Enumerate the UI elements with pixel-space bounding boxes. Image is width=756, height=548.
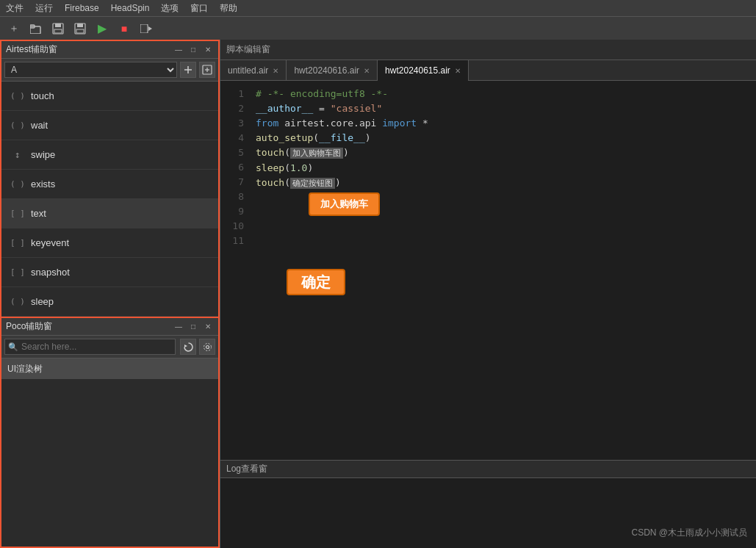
- right-panel: 脚本编辑窗 untitled.air ✕ hwt20240616.air ✕ h…: [220, 40, 756, 548]
- menu-firebase[interactable]: Firebase: [65, 3, 99, 13]
- airtest-search-row: A: [1, 59, 218, 82]
- line-numbers: 1 2 3 4 5 6 7 8 9 10 11: [220, 87, 250, 454]
- code-line-4: from airtest.core.api import *: [256, 116, 750, 131]
- menu-file[interactable]: 文件: [6, 2, 24, 15]
- poco-search-row: 🔍: [1, 336, 218, 358]
- airtest-item-text[interactable]: [ ] text: [1, 199, 218, 228]
- tab-hwt615[interactable]: hwt20240615.air ✕: [378, 60, 469, 81]
- airtest-panel-title: Airtest辅助窗: [6, 43, 173, 56]
- airtest-item-sleep[interactable]: ( ) sleep: [1, 287, 218, 317]
- airtest-maximize-btn[interactable]: □: [187, 44, 199, 56]
- airtest-panel-header: Airtest辅助窗 — □ ✕: [1, 41, 218, 59]
- editor-section-title: 脚本编辑窗: [226, 43, 270, 56]
- snapshot-icon: [ ]: [10, 267, 25, 277]
- menu-run[interactable]: 运行: [35, 2, 53, 15]
- sleep-icon: ( ): [10, 297, 25, 306]
- airtest-item-touch[interactable]: ( ) touch: [1, 82, 218, 111]
- code-line-11: touch(确定按钮图): [256, 176, 750, 191]
- search-icon: 🔍: [8, 342, 18, 352]
- airtest-item-snapshot[interactable]: [ ] snapshot: [1, 258, 218, 287]
- floating-add-cart-btn[interactable]: 加入购物车: [309, 192, 380, 216]
- svg-rect-8: [140, 24, 148, 33]
- airtest-item-swipe[interactable]: ↕ swipe: [1, 140, 218, 170]
- poco-close-btn[interactable]: ✕: [202, 321, 214, 333]
- code-area: 1 2 3 4 5 6 7 8 9 10 11 # -*- encoding=u…: [220, 81, 756, 460]
- toolbar: ＋ ▶ ■: [0, 16, 756, 40]
- toolbar-run-btn[interactable]: ▶: [94, 21, 110, 37]
- code-line-9: sleep(1.0): [256, 161, 750, 176]
- airtest-add-btn[interactable]: [180, 62, 196, 78]
- log-header: Log查看窗: [220, 461, 756, 478]
- text-label: text: [31, 208, 46, 219]
- wait-label: wait: [31, 120, 48, 131]
- toolbar-record-btn[interactable]: [138, 21, 154, 37]
- swipe-label: swipe: [31, 149, 55, 160]
- left-panel: Airtest辅助窗 — □ ✕ A: [0, 40, 220, 548]
- airtest-item-wait[interactable]: ( ) wait: [1, 111, 218, 140]
- svg-rect-6: [77, 24, 83, 27]
- tab-untitled-label: untitled.air: [228, 65, 268, 76]
- code-line-6: auto_setup(__file__): [256, 131, 750, 145]
- swipe-icon: ↕: [10, 149, 25, 160]
- toolbar-stop-btn[interactable]: ■: [116, 21, 132, 37]
- menu-help[interactable]: 帮助: [220, 2, 237, 15]
- svg-rect-4: [54, 29, 62, 33]
- tab-hwt615-label: hwt20240615.air: [385, 65, 450, 76]
- menu-bar: 文件 运行 Firebase HeadSpin 选项 窗口 帮助: [0, 0, 756, 16]
- editor-header: 脚本编辑窗: [220, 40, 756, 60]
- airtest-list: ( ) touch ( ) wait ↕ swipe ( ) exists [ …: [1, 82, 218, 317]
- wait-icon: ( ): [10, 120, 25, 130]
- poco-minimize-btn[interactable]: —: [173, 321, 184, 333]
- toolbar-save-btn[interactable]: [50, 21, 66, 37]
- svg-marker-9: [148, 26, 152, 31]
- exists-icon: ( ): [10, 179, 25, 189]
- menu-options[interactable]: 选项: [161, 2, 179, 15]
- airtest-minimize-btn[interactable]: —: [173, 44, 184, 56]
- main-layout: Airtest辅助窗 — □ ✕ A: [0, 40, 756, 548]
- code-content: # -*- encoding=utf8 -*- __author__ = "ca…: [250, 87, 756, 454]
- poco-panel-title: Poco辅助窗: [6, 320, 173, 333]
- code-line-1: # -*- encoding=utf8 -*-: [256, 87, 750, 101]
- svg-rect-7: [76, 29, 84, 33]
- poco-refresh-btn[interactable]: [180, 339, 196, 355]
- tab-hwt616[interactable]: hwt20240616.air ✕: [287, 60, 378, 81]
- tab-untitled[interactable]: untitled.air ✕: [220, 60, 287, 81]
- poco-tree-label: UI渲染树: [7, 363, 43, 375]
- tab-hwt616-label: hwt20240616.air: [294, 65, 359, 76]
- log-title: Log查看窗: [226, 463, 267, 475]
- poco-tree-item[interactable]: UI渲染树: [1, 358, 218, 379]
- poco-search-input[interactable]: [21, 342, 172, 352]
- keyevent-label: keyevent: [31, 237, 69, 248]
- airtest-category-select[interactable]: A: [4, 62, 177, 78]
- toolbar-new-btn[interactable]: ＋: [6, 21, 22, 37]
- code-line-2: __author__ = "cassiel": [256, 101, 750, 116]
- toolbar-open-btn[interactable]: [28, 21, 44, 37]
- tab-hwt615-close[interactable]: ✕: [455, 67, 461, 75]
- svg-point-17: [204, 343, 211, 350]
- toolbar-saveas-btn[interactable]: [72, 21, 88, 37]
- tab-hwt616-close[interactable]: ✕: [364, 67, 370, 75]
- floating-confirm-btn[interactable]: 确定: [287, 269, 345, 295]
- poco-settings-btn[interactable]: [199, 339, 215, 355]
- airtest-export-btn[interactable]: [199, 62, 215, 78]
- poco-maximize-btn[interactable]: □: [187, 321, 199, 333]
- sleep-label: sleep: [31, 296, 54, 307]
- snapshot-label: snapshot: [31, 267, 70, 278]
- watermark: CSDN @木土雨成小小测试员: [631, 527, 747, 539]
- menu-window[interactable]: 窗口: [190, 2, 208, 15]
- poco-panel: Poco辅助窗 — □ ✕ 🔍 UI: [0, 318, 220, 548]
- poco-panel-header: Poco辅助窗 — □ ✕: [1, 318, 218, 336]
- airtest-close-btn[interactable]: ✕: [202, 44, 214, 56]
- airtest-item-exists[interactable]: ( ) exists: [1, 170, 218, 199]
- poco-panel-controls: — □ ✕: [173, 321, 214, 333]
- touch-label: touch: [31, 90, 54, 101]
- airtest-item-keyevent[interactable]: [ ] keyevent: [1, 228, 218, 258]
- airtest-panel-controls: — □ ✕: [173, 44, 214, 56]
- text-icon: [ ]: [10, 209, 25, 218]
- menu-headspin[interactable]: HeadSpin: [111, 3, 150, 13]
- touch-icon: ( ): [10, 91, 25, 101]
- exists-label: exists: [31, 179, 55, 190]
- code-line-8: touch(加入购物车图): [256, 145, 750, 161]
- tab-untitled-close[interactable]: ✕: [273, 67, 278, 75]
- editor-tabs: untitled.air ✕ hwt20240616.air ✕ hwt2024…: [220, 60, 756, 81]
